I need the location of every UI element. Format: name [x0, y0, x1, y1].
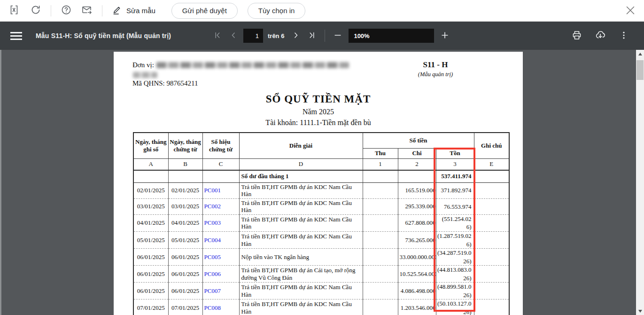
refresh-icon: [30, 4, 41, 17]
edit-template-button[interactable]: Sửa mẫu: [112, 5, 155, 16]
voucher-number-link[interactable]: PC003: [202, 214, 239, 231]
scroll-up-button[interactable]: [636, 50, 644, 58]
cell-thu: [363, 266, 398, 283]
voucher-number-link[interactable]: PC004: [202, 231, 239, 248]
voucher-number-link[interactable]: PC007: [202, 283, 239, 299]
cell-ghi-chu: [474, 231, 509, 248]
voucher-number-link[interactable]: PC006: [202, 266, 239, 283]
document-page: Đơn vị: Mã QHNS: 987654211 S11 - H (Mẫu …: [114, 52, 523, 315]
viewer-title: Mẫu S11-H: Sổ quỹ tiền mặt (Mẫu quản trị…: [36, 32, 171, 39]
cell-ghi-chu: [474, 266, 509, 283]
redacted-company-name: [156, 62, 349, 68]
table-row: 05/01/2025 05/01/2025 PC004 Trả tiền BT,…: [133, 231, 509, 248]
cell-ton: 371.892.974: [436, 182, 474, 198]
cell-chi: 10.525.564.000: [398, 266, 436, 283]
cell-ghi-chu: [474, 214, 509, 231]
download-button[interactable]: [592, 28, 608, 44]
zoom-level-display[interactable]: 100%: [349, 29, 434, 43]
column-letter-row: A B C D 1 2 3 E: [133, 158, 509, 170]
next-page-button[interactable]: [289, 28, 303, 44]
cell-ton: 537.411.974: [436, 170, 474, 182]
close-icon: [625, 5, 636, 17]
cell-chi: [398, 170, 436, 182]
document-title: SỔ QUỸ TIỀN MẶT: [114, 93, 523, 105]
send-mail-button[interactable]: [78, 2, 95, 19]
table-row: 02/01/2025 02/01/2025 PC001 Trả tiền BT,…: [133, 182, 509, 198]
cell-ngay-ghi-so: 06/01/2025: [133, 249, 168, 266]
voucher-number-link[interactable]: PC005: [202, 249, 239, 266]
cell-ngay-chung-tu: 06/01/2025: [168, 283, 202, 299]
send-mail-icon: [81, 4, 93, 17]
document-header: Đơn vị: Mã QHNS: 987654211 S11 - H (Mẫu …: [114, 52, 523, 93]
cell-dien-giai: Trả tiền BT,HT GPMB dự án KDC Nam Cầu Hà…: [239, 198, 363, 214]
cell-ghi-chu: [474, 249, 509, 266]
document-account: Tài khoản: 1111.1-Tiền mặt đền bù: [114, 118, 523, 127]
cell-ton: 76.553.974: [436, 198, 474, 214]
cell-dien-giai: Trả tiền BT,HT GPMB dự án KDC Nam Cầu Hà…: [239, 182, 363, 198]
voucher-number-link[interactable]: PC008: [202, 299, 239, 315]
cell-dien-giai: Trả tiền BT,HT GPMB dự án Cải tạo, mở rộ…: [239, 266, 363, 283]
menu-button[interactable]: [10, 26, 29, 45]
scroll-down-button[interactable]: [636, 307, 644, 315]
cell-ngay-chung-tu: [168, 170, 202, 182]
cell-thu: [363, 231, 398, 248]
header-ngay-chung-tu: Ngày, tháng chứng từ: [168, 133, 202, 158]
export-excel-button[interactable]: [7, 2, 23, 19]
more-options-button[interactable]: [616, 28, 632, 44]
cell-chi: 627.808.000: [398, 214, 436, 231]
cell-ghi-chu: [474, 170, 509, 182]
cell-thu: [363, 198, 398, 214]
toolbar-left-group: Sửa mẫu Gửi phê duyệt Tùy chọn in: [0, 2, 311, 19]
help-button[interactable]: [58, 2, 75, 19]
scroll-down-icon: [638, 310, 642, 313]
toolbar-divider: [325, 30, 325, 42]
form-note: (Mẫu quản trị): [396, 71, 475, 78]
scroll-up-icon: [638, 53, 642, 55]
cell-chi: 295.339.000: [398, 198, 436, 214]
header-so-hieu: Số hiệu chứng từ: [202, 133, 239, 158]
send-approval-button[interactable]: Gửi phê duyệt: [171, 3, 238, 19]
voucher-number-link[interactable]: PC001: [202, 182, 239, 198]
vertical-scrollbar[interactable]: [636, 50, 644, 315]
cell-ngay-ghi-so: 07/01/2025: [133, 299, 168, 315]
zoom-in-button[interactable]: [438, 28, 452, 44]
page-count-label: trên 6: [268, 32, 284, 39]
refresh-button[interactable]: [27, 2, 44, 19]
voucher-number-link[interactable]: PC002: [202, 198, 239, 214]
header-chi: Chi: [398, 148, 436, 158]
zoom-out-button[interactable]: [331, 28, 345, 44]
cell-ngay-ghi-so: 06/01/2025: [133, 266, 168, 283]
cell-ngay-chung-tu: 05/01/2025: [168, 231, 202, 248]
print-button[interactable]: [569, 28, 585, 44]
close-button[interactable]: [622, 3, 638, 19]
last-page-icon: [307, 31, 317, 41]
table-row: 06/01/2025 06/01/2025 PC005 Nộp tiền vào…: [133, 249, 509, 266]
scrollbar-thumb[interactable]: [636, 60, 644, 80]
cell-dien-giai: Trả tiền BT,HT GPMB dự án KDC Nam Cầu Hà…: [239, 299, 363, 315]
voucher-number-link: [202, 170, 239, 182]
table-body: Số dư đầu tháng 1 537.411.974 02/01/2025…: [133, 170, 509, 315]
cell-dien-giai: Trả tiền BT,HT GPMB dự án KDC Nam Cầu Hà…: [239, 283, 363, 299]
cell-ngay-chung-tu: 04/01/2025: [168, 214, 202, 231]
page-number-input[interactable]: [243, 29, 263, 43]
cell-ngay-chung-tu: 03/01/2025: [168, 198, 202, 214]
cell-ngay-ghi-so: 03/01/2025: [133, 198, 168, 214]
header-ghi-chu: Ghi chú: [474, 133, 509, 158]
table-row: 04/01/2025 04/01/2025 PC003 Trả tiền BT,…: [133, 214, 509, 231]
last-page-button[interactable]: [305, 28, 319, 44]
first-page-button[interactable]: [210, 28, 225, 44]
print-options-button[interactable]: Tùy chọn in: [248, 3, 306, 19]
cell-dien-giai: Nộp tiền vào TK ngân hàng: [239, 249, 363, 266]
cell-chi: 165.519.000: [398, 182, 436, 198]
cell-ton: (1.287.519.026): [436, 231, 474, 248]
header-thu: Thu: [363, 148, 398, 158]
cell-ngay-ghi-so: 05/01/2025: [133, 231, 168, 248]
previous-page-button[interactable]: [226, 28, 241, 44]
cell-thu: [363, 299, 398, 315]
cell-ngay-ghi-so: 06/01/2025: [133, 283, 168, 299]
document-year: Năm 2025: [114, 108, 523, 116]
download-icon: [595, 30, 606, 42]
cell-thu: [363, 283, 398, 299]
previous-page-icon: [229, 31, 238, 41]
table-row: 03/01/2025 03/01/2025 PC002 Trả tiền BT,…: [133, 198, 509, 214]
